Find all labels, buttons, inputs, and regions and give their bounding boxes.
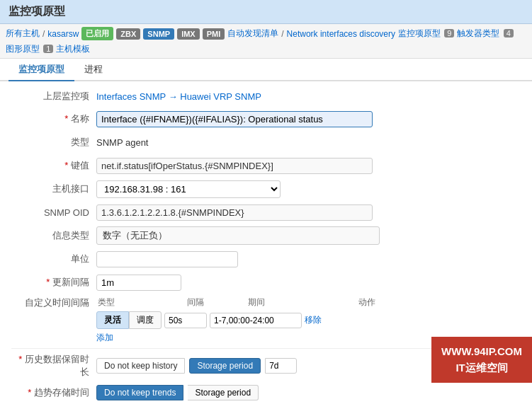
nav-graph-type[interactable]: 图形原型 1 — [6, 43, 53, 55]
nav-sep1: / — [43, 29, 45, 39]
col-period-header: 期间 — [248, 296, 347, 308]
name-input[interactable] — [96, 111, 373, 127]
host-interface-row: 主机接口 192.168.31.98 : 161 — [11, 180, 521, 198]
history-no-keep-btn[interactable]: Do not keep history — [96, 358, 185, 374]
nav-host-template[interactable]: 主机模板 — [56, 43, 90, 55]
watermark-line1: WWW.94IP.COM — [441, 344, 522, 360]
page-title: 监控项原型 — [0, 0, 532, 24]
host-interface-value: 192.168.31.98 : 161 — [96, 180, 521, 198]
host-interface-select[interactable]: 192.168.31.98 : 161 — [96, 180, 281, 198]
update-interval-value — [96, 275, 521, 291]
custom-time-label: 自定义时间间隔 — [11, 296, 96, 309]
nav-item-prototype[interactable]: 监控项原型 9 — [398, 28, 454, 40]
custom-time-data-row: 灵活 调度 移除 — [96, 311, 521, 329]
nav-tag-imx: IMX — [177, 28, 200, 40]
remove-link[interactable]: 移除 — [305, 314, 322, 326]
col-type-header: 类型 — [98, 296, 176, 308]
info-type-value: 数字（无正负） — [96, 226, 521, 245]
type-label: 类型 — [11, 136, 96, 149]
type-row: 类型 SNMP agent — [11, 133, 521, 151]
snmp-oid-label: SNMP OID — [11, 207, 96, 218]
col-interval-header: 间隔 — [187, 296, 237, 308]
snmp-oid-row: SNMP OID — [11, 203, 521, 221]
name-label: 名称 — [11, 112, 96, 125]
unit-row: 单位 — [11, 250, 521, 268]
interval-input[interactable] — [164, 313, 207, 328]
snmp-oid-value — [96, 204, 521, 221]
add-button[interactable]: 添加 — [96, 332, 113, 344]
key-row: 键值 — [11, 156, 521, 175]
name-row: 名称 — [11, 110, 521, 128]
period-input-field[interactable] — [210, 313, 302, 328]
nav-all-hosts[interactable]: 所有主机 — [6, 28, 40, 40]
upper-monitor-label: 上层监控项 — [11, 90, 96, 103]
btn-flexible[interactable]: 灵活 — [96, 311, 129, 329]
nav-network-interfaces[interactable]: Network interfaces discovery — [287, 29, 395, 39]
watermark: WWW.94IP.COM IT运维空间 — [431, 337, 532, 383]
info-type-label: 信息类型 — [11, 229, 96, 242]
nav-tag-enabled: 已启用 — [81, 27, 113, 40]
nav-bar: 所有主机 / kasarsw 已启用 ZBX SNMP IMX PMI 自动发现… — [0, 24, 532, 59]
type-toggle: 灵活 调度 — [96, 311, 162, 329]
nav-host[interactable]: kasarsw — [47, 29, 79, 39]
type-text: SNMP agent — [96, 137, 148, 148]
trend-value: Do not keep trends Storage period — [96, 385, 521, 400]
watermark-line2: IT运维空间 — [441, 360, 522, 376]
snmp-oid-input[interactable] — [96, 204, 373, 221]
custom-time-cols: 类型 间隔 期间 动作 — [96, 296, 521, 308]
host-interface-label: 主机接口 — [11, 183, 96, 195]
tab-item-prototype[interactable]: 监控项原型 — [9, 59, 74, 81]
update-interval-row: 更新间隔 — [11, 273, 521, 292]
nav-sep2: / — [281, 29, 283, 39]
nav-autodiscover[interactable]: 自动发现清单 — [227, 28, 278, 40]
name-value — [96, 111, 521, 127]
history-label: 历史数据保留时长 — [11, 353, 96, 379]
nav-tag-pmi: PMI — [203, 28, 225, 40]
trend-storage-btn[interactable]: Storage period — [188, 385, 259, 400]
type-value: SNMP agent — [96, 137, 521, 148]
trend-label: 趋势存储时间 — [11, 386, 96, 399]
key-input[interactable] — [96, 158, 373, 174]
upper-monitor-link[interactable]: Interfaces SNMP → Huawei VRP SNMP — [96, 91, 261, 102]
nav-tag-zbx: ZBX — [116, 28, 140, 40]
key-value — [96, 158, 521, 174]
upper-monitor-row: 上层监控项 Interfaces SNMP → Huawei VRP SNMP — [11, 90, 521, 103]
tab-process[interactable]: 进程 — [74, 59, 113, 81]
col-action-header: 动作 — [358, 296, 387, 308]
info-type-row: 信息类型 数字（无正负） — [11, 226, 521, 245]
unit-label: 单位 — [11, 253, 96, 265]
btn-schedule[interactable]: 调度 — [129, 311, 162, 329]
nav-trigger-type[interactable]: 触发器类型 4 — [457, 28, 513, 40]
update-interval-label: 更新间隔 — [11, 276, 96, 289]
history-period-input[interactable] — [265, 358, 297, 374]
unit-input[interactable] — [96, 251, 238, 267]
trend-row: 趋势存储时间 Do not keep trends Storage period — [11, 383, 521, 402]
unit-value — [96, 251, 521, 267]
info-type-text: 数字（无正负） — [96, 226, 380, 245]
sub-tabs: 监控项原型 进程 — [0, 59, 532, 81]
history-storage-btn[interactable]: Storage period — [189, 358, 261, 374]
update-interval-input[interactable] — [96, 275, 181, 291]
nav-tag-snmp: SNMP — [143, 28, 174, 40]
key-label: 键值 — [11, 159, 96, 172]
trend-no-keep-btn[interactable]: Do not keep trends — [96, 385, 183, 400]
